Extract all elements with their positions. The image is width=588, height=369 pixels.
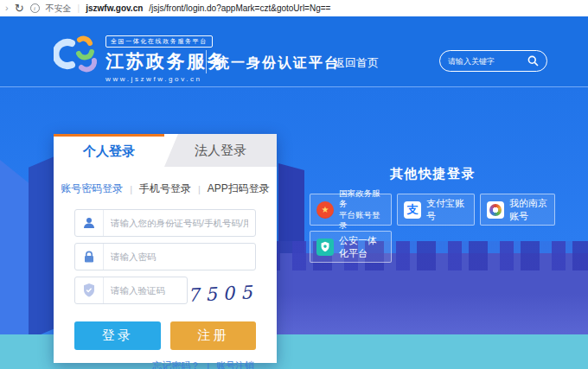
quick-login-panel: 其他快捷登录 ★ 国家政务服务 平台账号登录 支 支付宝账号 我的南京账号 (310, 166, 556, 263)
search-input[interactable] (448, 57, 527, 66)
username-field-wrap (74, 209, 256, 237)
method-separator: | (130, 184, 132, 194)
password-field-wrap (74, 243, 256, 270)
forward-arrow-icon[interactable]: › (5, 3, 9, 13)
quick-login-national-platform[interactable]: ★ 国家政务服务 平台账号登录 (310, 194, 392, 226)
quick-login-alipay[interactable]: 支 支付宝账号 (397, 194, 475, 226)
quick-login-my-nanjing[interactable]: 我的南京账号 (480, 194, 555, 226)
national-emblem-icon: ★ (316, 201, 334, 219)
return-home-link[interactable]: 返回首页 (334, 55, 379, 71)
site-url: www.jszwfw.gov.cn (105, 75, 227, 83)
login-methods: 账号密码登录 | 手机号登录 | APP扫码登录 (74, 181, 256, 196)
address-separator: | (78, 3, 80, 13)
captcha-image[interactable]: 7505 (187, 281, 259, 305)
captcha-field-wrap (74, 277, 188, 304)
captcha-input[interactable] (104, 285, 187, 296)
browser-address-bar[interactable]: › ↻ i 不安全 | jszwfw.gov.cn /jsjs/front/lo… (0, 0, 588, 16)
login-form: 账号密码登录 | 手机号登录 | APP扫码登录 (54, 167, 277, 369)
shield-check-icon (75, 277, 104, 303)
forgot-password-link[interactable]: 忘记密码？ (152, 359, 200, 369)
logo-text-block: 全国一体化在线政务服务平台 江苏政务服务 www.jszwfw.gov.cn (105, 31, 227, 83)
page: › ↻ i 不安全 | jszwfw.gov.cn /jsjs/front/lo… (0, 0, 588, 369)
login-button[interactable]: 登录 (74, 321, 161, 350)
login-tabs: 个人登录 法人登录 (54, 134, 277, 167)
quick-login-label: 国家政务服务 平台账号登录 (339, 188, 385, 231)
register-button[interactable]: 注册 (170, 321, 257, 350)
info-icon[interactable]: i (30, 3, 40, 13)
button-row: 登录 注册 (74, 321, 256, 350)
search-button[interactable] (527, 55, 539, 67)
site-name: 江苏政务服务 (105, 49, 227, 73)
my-nanjing-icon (487, 201, 504, 219)
decor-shape (29, 156, 54, 340)
jiangsu-gov-logo-icon (54, 34, 102, 73)
quick-login-grid: ★ 国家政务服务 平台账号登录 支 支付宝账号 我的南京账号 (310, 194, 556, 263)
search-icon (527, 55, 539, 67)
alipay-icon: 支 (404, 201, 421, 219)
username-input[interactable] (104, 218, 255, 228)
quick-login-label: 我的南京账号 (509, 197, 548, 223)
quick-login-label: 公安一体化平台 (339, 234, 385, 260)
method-account-password[interactable]: 账号密码登录 (61, 181, 123, 196)
login-card: 个人登录 法人登录 账号密码登录 | 手机号登录 | APP扫码登录 (54, 134, 277, 363)
method-app-qrcode[interactable]: APP扫码登录 (208, 181, 270, 196)
url-domain: jszwfw.gov.cn (86, 3, 143, 13)
links-separator: | (207, 361, 209, 369)
method-phone[interactable]: 手机号登录 (139, 181, 191, 196)
police-shield-icon (316, 239, 334, 256)
url-path: /jsjs/front/login.do?appMark=czt&gotoUrl… (149, 3, 330, 13)
method-separator: | (198, 184, 201, 194)
user-icon (75, 210, 104, 236)
account-cancel-link[interactable]: 账号注销 (216, 359, 254, 369)
reload-icon[interactable]: ↻ (15, 3, 24, 14)
lock-icon (75, 244, 104, 270)
tab-personal-login[interactable]: 个人登录 (54, 134, 164, 167)
header-divider (206, 50, 207, 73)
account-links: 忘记密码？ | 账号注销 (74, 359, 256, 369)
tab-corporate-login[interactable]: 法人登录 (164, 134, 277, 167)
quick-login-public-security[interactable]: 公安一体化平台 (310, 231, 392, 263)
site-header: 全国一体化在线政务服务平台 江苏政务服务 www.jszwfw.gov.cn 统… (0, 16, 588, 86)
captcha-row: 7505 (74, 277, 256, 310)
header-search[interactable] (439, 50, 547, 72)
insecure-label: 不安全 (46, 3, 72, 15)
quick-login-label: 支付宝账号 (426, 197, 468, 223)
platform-title: 统一身份认证平台 (215, 54, 340, 73)
password-input[interactable] (104, 251, 255, 262)
quick-login-title: 其他快捷登录 (310, 166, 556, 182)
cityscape-image (240, 253, 588, 335)
national-platform-badge: 全国一体化在线政务服务平台 (105, 35, 213, 48)
decor-shape (0, 160, 31, 340)
